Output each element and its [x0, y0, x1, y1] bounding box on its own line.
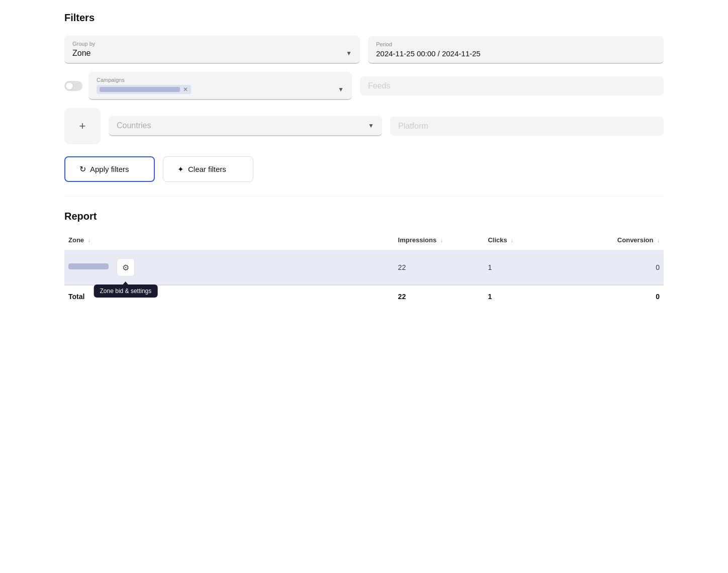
feeds-placeholder: Feeds — [368, 81, 390, 90]
col-zone: Zone ↓ — [64, 230, 394, 250]
row2-left: Campaigns ✕ ▼ — [64, 72, 352, 100]
table-row: ⚙ Zone bid & settings 22 1 0 — [64, 250, 664, 285]
section-divider — [64, 196, 664, 197]
clear-filters-button[interactable]: ✦ Clear filters — [163, 156, 253, 182]
campaigns-toggle[interactable] — [64, 81, 82, 91]
refresh-icon: ↻ — [79, 164, 86, 174]
toggle-knob — [65, 82, 73, 90]
clicks-sort-icon[interactable]: ↓ — [511, 238, 513, 243]
col-conversion: Conversion ↓ — [574, 230, 664, 250]
filters-section: Filters Group by Zone ▼ Period 2024-11-2… — [64, 12, 664, 182]
filter-row-2: Campaigns ✕ ▼ Feeds — [64, 72, 664, 100]
clear-filters-label: Clear filters — [188, 165, 226, 173]
campaigns-select[interactable]: Campaigns ✕ ▼ — [88, 72, 352, 100]
countries-value-row: Countries ▼ — [117, 121, 374, 130]
group-by-select[interactable]: Group by Zone ▼ — [64, 36, 360, 64]
report-section: Report Zone ↓ Impressions ↓ Clicks ↓ — [64, 211, 664, 308]
campaigns-label: Campaigns — [97, 77, 344, 83]
col-clicks: Clicks ↓ — [484, 230, 574, 250]
table-header: Zone ↓ Impressions ↓ Clicks ↓ Conversion… — [64, 230, 664, 250]
apply-filters-label: Apply filters — [90, 165, 129, 173]
group-by-arrow-icon: ▼ — [346, 50, 352, 57]
tooltip-arrow — [123, 281, 128, 284]
filter-row-3: + Countries ▼ Platform — [64, 108, 664, 144]
add-filter-button[interactable]: + — [64, 108, 101, 144]
eraser-icon: ✦ — [177, 165, 184, 174]
settings-tooltip-wrap: ⚙ Zone bid & settings — [117, 258, 135, 276]
header-row: Zone ↓ Impressions ↓ Clicks ↓ Conversion… — [64, 230, 664, 250]
campaign-tag: ✕ — [97, 85, 191, 94]
group-by-value: Zone — [72, 49, 90, 58]
platform-placeholder: Platform — [398, 122, 428, 131]
apply-filters-button[interactable]: ↻ Apply filters — [64, 156, 155, 182]
gear-icon: ⚙ — [122, 263, 129, 272]
period-label: Period — [376, 41, 656, 47]
campaign-tag-text — [100, 87, 180, 92]
campaigns-value-row: ✕ ▼ — [97, 85, 344, 94]
filters-title: Filters — [64, 12, 664, 24]
period-value: 2024-11-25 00:00 / 2024-11-25 — [376, 49, 656, 58]
total-impressions: 22 — [394, 285, 484, 308]
zone-settings-button[interactable]: ⚙ — [117, 258, 135, 276]
row-conversion-cell: 0 — [574, 250, 664, 285]
report-title: Report — [64, 211, 664, 222]
filters-grid: Group by Zone ▼ Period 2024-11-25 00:00 … — [64, 36, 664, 144]
platform-select[interactable]: Platform — [390, 117, 664, 136]
countries-arrow-icon: ▼ — [368, 122, 374, 129]
col-impressions: Impressions ↓ — [394, 230, 484, 250]
row-zone-cell: ⚙ Zone bid & settings — [64, 250, 394, 285]
campaigns-toggle-wrap — [64, 81, 82, 91]
group-by-value-row: Zone ▼ — [72, 49, 352, 58]
period-select[interactable]: Period 2024-11-25 00:00 / 2024-11-25 — [368, 36, 664, 64]
feeds-select[interactable]: Feeds — [360, 76, 664, 96]
zone-name-blurred — [68, 263, 109, 269]
zone-sort-icon[interactable]: ↓ — [88, 238, 90, 243]
action-buttons: ↻ Apply filters ✦ Clear filters — [64, 156, 664, 182]
campaigns-arrow-icon: ▼ — [338, 86, 344, 93]
countries-placeholder: Countries — [117, 121, 151, 130]
report-table: Zone ↓ Impressions ↓ Clicks ↓ Conversion… — [64, 230, 664, 308]
zone-settings-tooltip: Zone bid & settings — [94, 284, 158, 298]
conversion-sort-icon[interactable]: ↓ — [657, 238, 660, 243]
campaign-tag-close[interactable]: ✕ — [183, 86, 188, 93]
row-impressions-cell: 22 — [394, 250, 484, 285]
countries-select[interactable]: Countries ▼ — [109, 116, 382, 136]
impressions-sort-icon[interactable]: ↓ — [440, 238, 443, 243]
row-clicks-cell: 1 — [484, 250, 574, 285]
total-conversion: 0 — [574, 285, 664, 308]
filter-row-1: Group by Zone ▼ Period 2024-11-25 00:00 … — [64, 36, 664, 64]
table-body: ⚙ Zone bid & settings 22 1 0 — [64, 250, 664, 285]
group-by-label: Group by — [72, 41, 352, 47]
total-clicks: 1 — [484, 285, 574, 308]
